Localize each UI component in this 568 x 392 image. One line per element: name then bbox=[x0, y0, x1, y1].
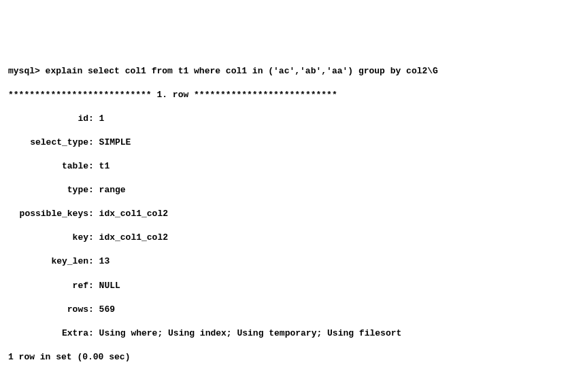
explain-field-key-len: key_len: 13 bbox=[8, 255, 560, 268]
explain-field-key: key: idx_col1_col2 bbox=[8, 232, 560, 244]
explain-field-select-type: select_type: SIMPLE bbox=[8, 137, 560, 149]
row-separator: *************************** 1. row *****… bbox=[8, 89, 560, 101]
explain-field-table: table: t1 bbox=[8, 160, 560, 173]
explain-field-extra: Extra: Using where; Using index; Using t… bbox=[8, 327, 560, 340]
explain-field-rows: rows: 569 bbox=[8, 304, 560, 316]
query-line: mysql> explain select col1 from t1 where… bbox=[8, 65, 560, 77]
sql-statement: explain select col1 from t1 where col1 i… bbox=[46, 66, 438, 76]
blank-line bbox=[8, 375, 560, 387]
terminal-output: mysql> explain select col1 from t1 where… bbox=[8, 53, 560, 392]
explain-field-id: id: 1 bbox=[8, 113, 560, 125]
explain-field-type: type: range bbox=[8, 184, 560, 196]
explain-field-ref: ref: NULL bbox=[8, 280, 560, 292]
explain-field-possible-keys: possible_keys: idx_col1_col2 bbox=[8, 208, 560, 220]
mysql-prompt: mysql> bbox=[8, 66, 46, 76]
result-footer: 1 row in set (0.00 sec) bbox=[8, 351, 560, 363]
